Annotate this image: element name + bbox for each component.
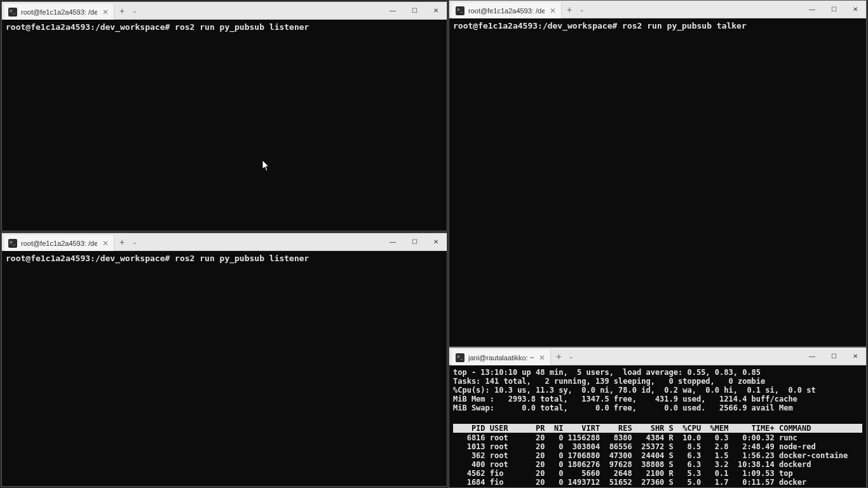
maximize-button[interactable]: ☐ xyxy=(403,2,425,20)
top-summary-line: MiB Swap: 0.0 total, 0.0 free, 0.0 used.… xyxy=(453,403,862,412)
prompt-line: root@fe1c1a2a4593:/dev_workspace# ros2 r… xyxy=(6,22,443,32)
process-row: 4562 fio 20 0 5660 2648 2100 R 5.3 0.1 1… xyxy=(453,469,862,478)
tab-close-icon[interactable]: ✕ xyxy=(548,6,557,15)
maximize-button[interactable]: ☐ xyxy=(403,233,425,251)
minimize-button[interactable]: — xyxy=(382,2,403,20)
blank-line xyxy=(453,412,862,421)
command-text: ros2 run py_pubsub listener xyxy=(175,254,309,263)
tab-title: jani@rautalaatikko: ~ xyxy=(468,354,534,362)
tab[interactable]: jani@rautalaatikko: ~ ✕ xyxy=(452,349,551,365)
terminal-window-talker: root@fe1c1a2a4593: /dev_work ✕ + ⌄ — ☐ ✕… xyxy=(449,0,867,347)
window-controls: — ☐ ✕ xyxy=(801,1,866,18)
tab-close-icon[interactable]: ✕ xyxy=(101,239,110,248)
titlebar[interactable]: jani@rautalaatikko: ~ ✕ + ⌄ — ☐ ✕ xyxy=(449,348,866,365)
top-summary-line: Tasks: 141 total, 2 running, 139 sleepin… xyxy=(453,377,862,386)
tab-dropdown-icon[interactable]: ⌄ xyxy=(577,1,587,18)
close-button[interactable]: ✕ xyxy=(425,233,447,251)
tab-title: root@fe1c1a2a4593: /dev_work xyxy=(468,7,545,15)
maximize-button[interactable]: ☐ xyxy=(823,1,844,18)
window-controls: — ☐ ✕ xyxy=(382,233,447,250)
terminal-icon xyxy=(8,8,17,17)
close-button[interactable]: ✕ xyxy=(844,1,866,18)
terminal-window-listener-2: root@fe1c1a2a4593: /dev_work ✕ + ⌄ — ☐ ✕… xyxy=(1,233,447,487)
process-row: 400 root 20 0 1806276 97628 38808 S 6.3 … xyxy=(453,460,862,469)
tab-close-icon[interactable]: ✕ xyxy=(538,353,546,362)
process-row: 1013 root 20 0 303804 86556 25372 S 8.5 … xyxy=(453,442,862,451)
process-row: 362 root 20 0 1706880 47300 24404 S 6.3 … xyxy=(453,451,862,460)
close-button[interactable]: ✕ xyxy=(844,348,866,365)
new-tab-button[interactable]: + xyxy=(114,233,130,250)
titlebar[interactable]: root@fe1c1a2a4593: /dev_work ✕ + ⌄ — ☐ ✕ xyxy=(449,1,866,18)
tab-dropdown-icon[interactable]: ⌄ xyxy=(566,348,576,365)
terminal-icon xyxy=(8,239,17,248)
process-row: 6816 root 20 0 1156288 8380 4384 R 10.0 … xyxy=(453,433,862,442)
tab-close-icon[interactable]: ✕ xyxy=(101,8,110,17)
terminal-body[interactable]: root@fe1c1a2a4593:/dev_workspace# ros2 r… xyxy=(449,18,866,346)
process-row: 1684 fio 20 0 1493712 51652 27360 S 5.0 … xyxy=(453,478,862,487)
terminal-window-listener-1: root@fe1c1a2a4593: /dev_work ✕ + ⌄ — ☐ ✕… xyxy=(1,1,447,231)
prompt: root@fe1c1a2a4593:/dev_workspace# xyxy=(6,22,170,32)
top-summary-line: top - 13:10:10 up 48 min, 5 users, load … xyxy=(453,368,862,377)
new-tab-button[interactable]: + xyxy=(551,348,566,365)
minimize-button[interactable]: — xyxy=(801,348,823,365)
terminal-icon xyxy=(456,353,465,362)
prompt: root@fe1c1a2a4593:/dev_workspace# xyxy=(6,254,170,263)
terminal-body[interactable]: top - 13:10:10 up 48 min, 5 users, load … xyxy=(449,365,866,487)
titlebar[interactable]: root@fe1c1a2a4593: /dev_work ✕ + ⌄ — ☐ ✕ xyxy=(2,233,447,251)
tab[interactable]: root@fe1c1a2a4593: /dev_work ✕ xyxy=(4,235,114,251)
command-text: ros2 run py_pubsub listener xyxy=(175,22,309,32)
terminal-body[interactable]: root@fe1c1a2a4593:/dev_workspace# ros2 r… xyxy=(2,20,447,231)
process-row: 852 root 20 0 186140 51232 27384 S 2.2 1… xyxy=(453,487,862,487)
top-summary-line: %Cpu(s): 10.3 us, 11.3 sy, 0.0 ni, 78.0 … xyxy=(453,386,862,395)
titlebar[interactable]: root@fe1c1a2a4593: /dev_work ✕ + ⌄ — ☐ ✕ xyxy=(2,2,447,20)
terminal-body[interactable]: root@fe1c1a2a4593:/dev_workspace# ros2 r… xyxy=(2,251,447,486)
tab-dropdown-icon[interactable]: ⌄ xyxy=(130,233,140,250)
tab-title: root@fe1c1a2a4593: /dev_work xyxy=(21,240,97,247)
tab[interactable]: root@fe1c1a2a4593: /dev_work ✕ xyxy=(4,4,114,20)
top-summary-line: MiB Mem : 2993.8 total, 1347.5 free, 431… xyxy=(453,395,862,403)
top-header-row: PID USER PR NI VIRT RES SHR S %CPU %MEM … xyxy=(453,424,862,433)
terminal-window-top: jani@rautalaatikko: ~ ✕ + ⌄ — ☐ ✕ top - … xyxy=(449,347,867,488)
maximize-button[interactable]: ☐ xyxy=(823,348,844,365)
tab-title: root@fe1c1a2a4593: /dev_work xyxy=(21,8,97,16)
prompt-line: root@fe1c1a2a4593:/dev_workspace# ros2 r… xyxy=(6,254,443,264)
minimize-button[interactable]: — xyxy=(382,233,403,251)
new-tab-button[interactable]: + xyxy=(114,2,130,19)
new-tab-button[interactable]: + xyxy=(562,1,577,18)
prompt: root@fe1c1a2a4593:/dev_workspace# xyxy=(453,21,617,30)
window-controls: — ☐ ✕ xyxy=(382,2,447,19)
command-text: ros2 run py_pubsub talker xyxy=(622,21,747,30)
prompt-line: root@fe1c1a2a4593:/dev_workspace# ros2 r… xyxy=(453,21,862,31)
tab-dropdown-icon[interactable]: ⌄ xyxy=(130,2,140,19)
close-button[interactable]: ✕ xyxy=(425,2,447,20)
tab[interactable]: root@fe1c1a2a4593: /dev_work ✕ xyxy=(452,3,562,18)
minimize-button[interactable]: — xyxy=(801,1,823,18)
terminal-icon xyxy=(456,6,465,15)
window-controls: — ☐ ✕ xyxy=(801,348,866,365)
